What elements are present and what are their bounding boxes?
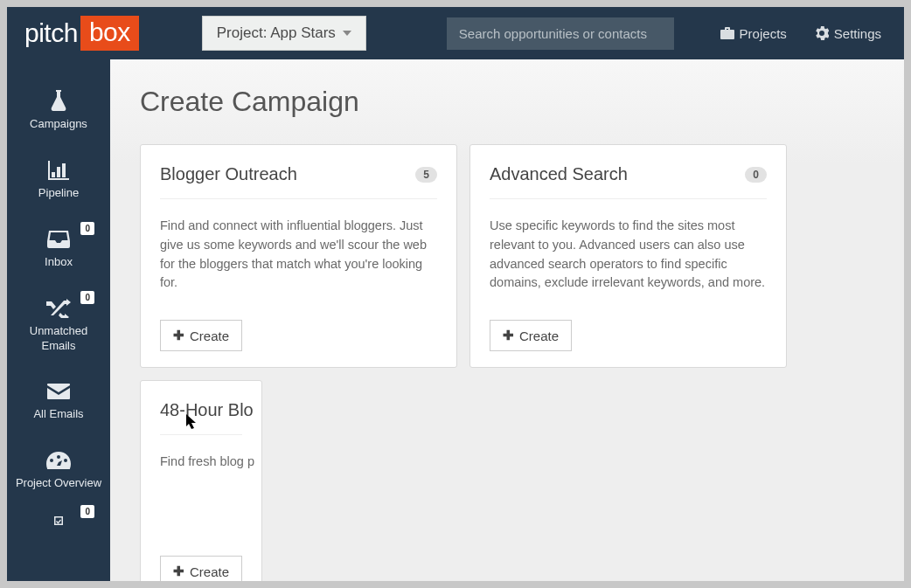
card-count: 0 [745,167,767,183]
card-title: 48-Hour Blo [160,400,254,420]
inbox-badge: 0 [80,222,94,235]
card-blogger-outreach: Blogger Outreach 5 Find and connect with… [140,144,457,368]
sidebar-item-pipeline[interactable]: Pipeline [7,149,110,218]
sidebar-item-overview[interactable]: Project Overview [7,439,110,508]
card-description: Find fresh blog p [160,453,242,540]
card-description: Use specific keywords to find the sites … [490,217,767,304]
partial-badge: 0 [80,505,94,518]
sidebar-item-label: All Emails [33,407,83,420]
briefcase-icon [720,27,734,39]
create-button[interactable]: ✚ Create [160,556,242,581]
dashboard-icon [12,448,105,473]
sidebar-item-label: Project Overview [16,476,101,489]
create-label: Create [190,564,229,579]
unmatched-badge: 0 [80,291,94,304]
card-advanced-search: Advanced Search 0 Use specific keywords … [469,144,787,368]
logo-right: box [80,16,139,51]
sidebar-item-label: Unmatched Emails [30,324,87,352]
sidebar-item-partial[interactable]: 0 [7,508,110,550]
plus-icon: ✚ [503,328,514,343]
sidebar-item-label: Pipeline [38,186,79,199]
chevron-down-icon [343,31,351,36]
card-48-hour: 48-Hour Blo Find fresh blog p ✚ Create [140,380,262,581]
cards-row-1: Blogger Outreach 5 Find and connect with… [140,144,904,581]
create-label: Create [519,329,559,343]
projects-link[interactable]: Projects [712,26,796,41]
page-title: Create Campaign [140,86,904,118]
logo-left: pitch [24,18,78,48]
projects-label: Projects [740,26,787,41]
sidebar-item-campaigns[interactable]: Campaigns [7,80,110,149]
project-selector[interactable]: Project: App Stars [202,16,366,51]
envelope-icon [12,379,105,404]
flask-icon [12,89,105,114]
bar-chart-icon [12,158,105,183]
card-count: 5 [415,167,437,183]
main-content: Create Campaign Blogger Outreach 5 Find … [110,59,904,581]
plus-icon: ✚ [173,564,184,579]
card-title: Blogger Outreach [160,164,297,184]
create-label: Create [190,329,229,343]
search-input[interactable] [447,17,674,50]
card-description: Find and connect with influential blogge… [160,217,437,304]
create-button[interactable]: ✚ Create [160,320,242,351]
project-selector-label: Project: App Stars [217,24,336,42]
create-button[interactable]: ✚ Create [490,320,572,351]
sidebar-item-unmatched[interactable]: 0 Unmatched Emails [7,287,110,371]
logo: pitch box [7,16,139,51]
topbar: pitch box Project: App Stars Projects Se… [7,7,904,59]
sidebar-item-all-emails[interactable]: All Emails [7,370,110,439]
sidebar-item-inbox[interactable]: 0 Inbox [7,218,110,287]
gear-icon [815,26,829,40]
sidebar-item-label: Inbox [45,255,73,268]
plus-icon: ✚ [173,328,184,343]
card-title: Advanced Search [490,164,628,184]
sidebar: Campaigns Pipeline 0 Inbox 0 Un [7,59,110,581]
settings-link[interactable]: Settings [806,26,890,41]
sidebar-item-label: Campaigns [30,117,87,130]
settings-label: Settings [834,26,881,41]
